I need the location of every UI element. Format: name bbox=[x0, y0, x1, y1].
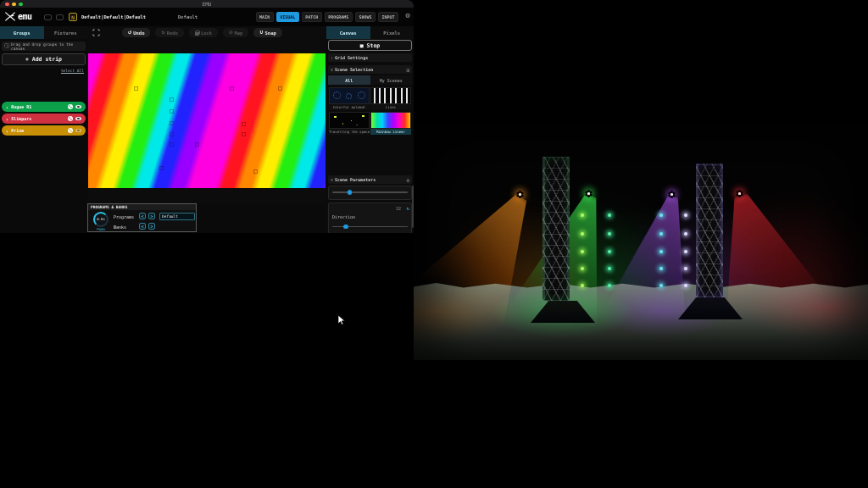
group-color-icon[interactable] bbox=[68, 116, 73, 121]
redo-button[interactable]: ↻ Redo bbox=[155, 28, 183, 37]
nav-patch[interactable]: PATCH bbox=[302, 12, 322, 22]
app-header: emu N Default|Default|Default Default MA… bbox=[0, 8, 414, 26]
tab-fixtures[interactable]: Fixtures bbox=[44, 26, 88, 39]
chevron-right-icon: › bbox=[6, 128, 9, 134]
scene-thumb-lines[interactable]: Lines bbox=[370, 87, 411, 110]
group-row-rogue-r1[interactable]: › Rogue R1 bbox=[2, 102, 86, 112]
snap-label: Snap bbox=[265, 30, 276, 36]
programs-label: Programs bbox=[114, 214, 134, 219]
group-color-icon[interactable] bbox=[68, 104, 73, 109]
interface-badge: N bbox=[69, 13, 77, 21]
scene-selection-section[interactable]: ∨ Scene Selection ⊞ bbox=[328, 65, 412, 74]
fixture-marker[interactable] bbox=[170, 142, 174, 147]
scene-tab-all[interactable]: All bbox=[328, 75, 370, 85]
param-slider-track[interactable] bbox=[332, 226, 408, 228]
tab-canvas[interactable]: Canvas bbox=[326, 26, 370, 39]
add-strip-button[interactable]: + Add strip bbox=[2, 53, 86, 65]
group-name: Rogue R1 bbox=[11, 104, 65, 109]
snap-icon: ∪ bbox=[259, 30, 263, 36]
pixel-dot bbox=[581, 214, 584, 217]
param-slider-track[interactable] bbox=[332, 191, 408, 193]
param-label: Direction bbox=[332, 214, 355, 219]
fullscreen-icon[interactable] bbox=[92, 29, 100, 36]
fixture-marker[interactable] bbox=[253, 169, 258, 174]
map-button[interactable]: ◎ Map bbox=[223, 28, 248, 37]
grid-settings-section[interactable]: › Grid Settings bbox=[328, 53, 412, 62]
tab-pixels[interactable]: Pixels bbox=[370, 26, 415, 39]
redo-label: Redo bbox=[167, 30, 178, 36]
pixel-dot bbox=[684, 267, 687, 270]
group-row-slimpars[interactable]: › Slimpars bbox=[2, 114, 86, 124]
rainbow-linear-canvas[interactable] bbox=[88, 53, 326, 188]
group-name: Slimpars bbox=[11, 116, 65, 121]
right-panel-tabs: Canvas Pixels bbox=[326, 26, 414, 39]
fixture-marker[interactable] bbox=[134, 86, 138, 91]
param-slider-thumb[interactable] bbox=[348, 190, 353, 195]
fade-knob[interactable]: 0.0s bbox=[93, 212, 108, 227]
nav-shows[interactable]: SHOWS bbox=[355, 12, 376, 22]
scene-selection-label: Scene Selection bbox=[335, 67, 404, 72]
group-visibility-eye-icon[interactable] bbox=[75, 117, 81, 121]
chevron-right-icon: › bbox=[331, 55, 333, 60]
fixture-marker[interactable] bbox=[242, 132, 246, 136]
mouse-cursor bbox=[338, 315, 346, 325]
fixture-marker[interactable] bbox=[170, 132, 174, 136]
pixel-dot bbox=[659, 214, 663, 217]
fixture-marker[interactable] bbox=[159, 166, 164, 170]
fixture-marker[interactable] bbox=[242, 122, 246, 126]
pixel-dot bbox=[608, 214, 611, 217]
tab-groups[interactable]: Groups bbox=[0, 26, 44, 39]
scene-parameters-section[interactable]: ∨ Scene Parameters ≡ bbox=[328, 175, 412, 184]
scene-tab-my-scenes[interactable]: My Scenes bbox=[370, 75, 413, 85]
program-name-input[interactable] bbox=[159, 213, 195, 220]
pixel-dot bbox=[684, 232, 687, 236]
list-menu-icon[interactable]: ≡ bbox=[406, 177, 409, 183]
fixture-marker[interactable] bbox=[278, 86, 282, 91]
stop-button[interactable]: ■ Stop bbox=[328, 40, 412, 51]
scene-thumb-label: Rainbow Linear bbox=[370, 129, 411, 135]
canvas-area bbox=[87, 39, 326, 203]
pixel-dot bbox=[581, 250, 584, 253]
select-all-link[interactable]: Select All bbox=[61, 69, 84, 73]
window-titlebar[interactable]: EMU bbox=[0, 0, 414, 8]
group-visibility-eye-icon[interactable] bbox=[75, 129, 81, 133]
loop-refresh-icon[interactable]: ↻ bbox=[406, 205, 409, 211]
group-visibility-eye-icon[interactable] bbox=[75, 105, 81, 109]
lock-icon bbox=[195, 30, 199, 36]
scene-thumb-rainbow-linear[interactable]: Rainbow Linear bbox=[370, 112, 411, 135]
drag-hint: ⓘ Drag and drop groups to the canvas bbox=[2, 42, 86, 51]
settings-gear-icon[interactable]: ⚙ bbox=[406, 12, 410, 19]
nav-input[interactable]: INPUT bbox=[378, 12, 398, 22]
param-slider-thumb[interactable] bbox=[343, 225, 348, 230]
wash-fixture-orange bbox=[519, 193, 521, 196]
undo-button[interactable]: ↺ Undo bbox=[122, 28, 150, 37]
fixture-marker[interactable] bbox=[170, 109, 174, 114]
pixel-dot bbox=[608, 232, 611, 236]
scene-thumb-image bbox=[329, 112, 370, 129]
lock-label: Lock bbox=[201, 30, 212, 36]
program-prev-button[interactable]: < bbox=[139, 213, 146, 219]
grid-view-icon[interactable]: ⊞ bbox=[406, 67, 409, 73]
bank-prev-button[interactable]: < bbox=[139, 223, 146, 230]
group-row-prism[interactable]: › Prism bbox=[2, 125, 86, 136]
snap-button[interactable]: ∪ Snap bbox=[253, 28, 281, 37]
pixel-dot bbox=[581, 267, 584, 270]
chevron-right-icon: › bbox=[6, 116, 9, 122]
lock-button[interactable]: Lock bbox=[189, 28, 218, 37]
window-title: EMU bbox=[0, 1, 414, 7]
nav-visual[interactable]: VISUAL bbox=[276, 12, 299, 22]
fixture-marker[interactable] bbox=[170, 97, 174, 102]
nav-programs[interactable]: PROGRAMS bbox=[325, 12, 353, 22]
program-next-button[interactable]: > bbox=[148, 213, 155, 219]
programs-banks-panel: PROGRAMS & BANKS 0.0s Fade Programs < > … bbox=[87, 203, 197, 232]
scene-thumb-colorful-automat[interactable]: Colorful automat bbox=[329, 87, 370, 110]
bank-next-button[interactable]: > bbox=[148, 223, 155, 230]
scene-thumb-travelling-the-space[interactable]: Travelling the space bbox=[329, 112, 370, 135]
fixture-marker[interactable] bbox=[195, 142, 199, 147]
profile-label: Default|Default|Default bbox=[81, 14, 146, 19]
fixture-marker[interactable] bbox=[230, 86, 234, 91]
wash-fixture-green bbox=[587, 192, 590, 195]
fixture-marker[interactable] bbox=[170, 121, 174, 125]
nav-main[interactable]: MAIN bbox=[256, 12, 274, 22]
group-color-icon[interactable] bbox=[68, 128, 73, 133]
